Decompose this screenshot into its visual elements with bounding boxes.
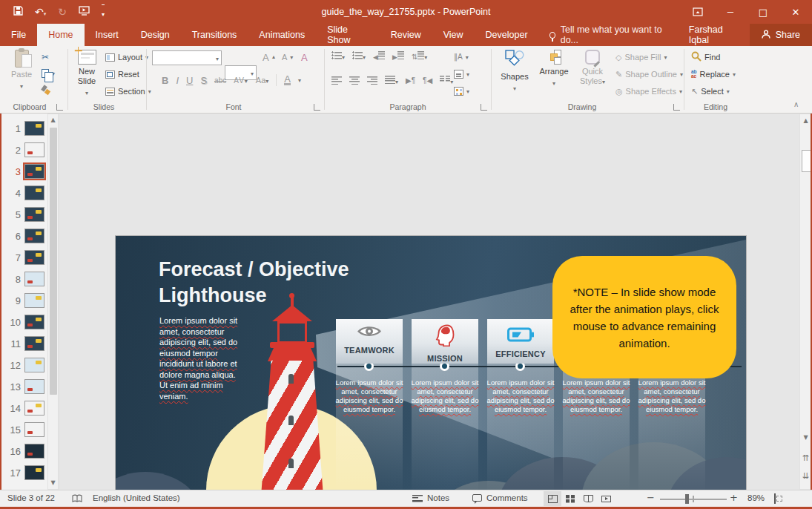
shape-outline-button[interactable]: ✎Shape Outline▾ (615, 68, 683, 81)
drawing-dialog-launcher[interactable] (673, 104, 680, 111)
zoom-level[interactable]: 89% (747, 493, 765, 502)
clear-formatting-button[interactable]: A (301, 50, 308, 64)
next-slide-icon[interactable]: ⇊ (800, 472, 811, 480)
account-name[interactable]: Farshad Iqbal (679, 24, 750, 46)
new-slide-button[interactable]: New Slide▾ (71, 50, 102, 98)
tab-insert[interactable]: Insert (85, 24, 130, 46)
align-center-button[interactable] (349, 76, 360, 85)
section-button[interactable]: Section▾ (105, 85, 151, 98)
slide-title[interactable]: Forecast / Objective Lighthouse (159, 257, 411, 309)
thumbnail-row[interactable]: 1 (4, 121, 44, 136)
thumbnail-row[interactable]: 10 (4, 315, 44, 329)
zoom-out-button[interactable]: − (647, 493, 655, 502)
notes-button[interactable]: Notes (412, 493, 449, 502)
tab-file[interactable]: File (0, 24, 37, 46)
card-mission[interactable]: MISSION (412, 319, 478, 364)
shape-effects-button[interactable]: ◎Shape Effects▾ (615, 85, 682, 98)
tab-animations[interactable]: Animations (248, 24, 316, 46)
share-button[interactable]: Share (750, 24, 812, 46)
grow-font-button[interactable]: A▾ (263, 50, 275, 64)
ribbon-display-options-icon[interactable] (681, 0, 714, 24)
justify-button[interactable]: ▾ (385, 76, 398, 85)
thumbnail-row[interactable]: 11 (4, 336, 44, 351)
customize-qat-icon[interactable]: ▾ (102, 4, 105, 19)
slide-sorter-view-button[interactable] (561, 491, 579, 506)
text-direction-button[interactable]: ‖A▾ (454, 50, 469, 64)
tab-transitions[interactable]: Transitions (181, 24, 248, 46)
strikethrough-button[interactable]: abc (214, 76, 226, 85)
columns-button[interactable]: ▾ (440, 76, 453, 85)
tab-view[interactable]: View (432, 24, 475, 46)
column-text[interactable]: Lorem ipsum dolor sit amet, consectetur … (486, 378, 555, 414)
font-dialog-launcher[interactable] (314, 104, 320, 111)
scrollbar-thumb[interactable] (802, 150, 811, 172)
save-icon[interactable] (13, 5, 23, 19)
thumbnail-row[interactable]: 9 (4, 293, 44, 308)
thumbnail-row-selected[interactable]: 3 (4, 164, 44, 179)
minimize-button[interactable]: ─ (714, 0, 747, 24)
format-painter-button[interactable] (42, 83, 51, 96)
shapes-button[interactable]: Shapes▾ (497, 50, 532, 93)
thumbnail-row[interactable]: 13 (4, 379, 44, 394)
reading-view-button[interactable] (579, 491, 597, 506)
paragraph-dialog-launcher[interactable] (481, 104, 487, 111)
collapse-ribbon-icon[interactable]: ∧ (793, 101, 799, 108)
tab-developer[interactable]: Developer (475, 24, 539, 46)
slide-indicator[interactable]: Slide 3 of 22 (7, 493, 55, 502)
thumbnail-row[interactable]: 8 (4, 272, 44, 286)
undo-icon[interactable]: ↶▾ (35, 6, 46, 18)
italic-button[interactable]: I (176, 75, 179, 86)
normal-view-button[interactable] (544, 491, 561, 506)
bullets-button[interactable]: ▾ (331, 51, 345, 61)
spellcheck-icon[interactable] (72, 494, 83, 505)
bold-button[interactable]: B (162, 75, 168, 86)
column-text[interactable]: Lorem ipsum dolor sit amet, consectetur … (410, 378, 480, 414)
shrink-font-button[interactable]: A▾ (282, 50, 293, 64)
ltr-direction-button[interactable]: ▶¶ (406, 77, 415, 85)
cut-button[interactable]: ✂ (42, 50, 49, 64)
quick-styles-button[interactable]: QuickStyles▾ (575, 50, 610, 87)
thumbnail-row[interactable]: 15 (4, 422, 44, 437)
card-teamwork[interactable]: TEAMWORK (336, 319, 403, 364)
thumbnail-row[interactable]: 16 (4, 444, 44, 459)
comments-button[interactable]: Comments (472, 493, 528, 502)
scroll-down-icon[interactable]: ▼ (800, 435, 811, 441)
thumbnail-scrollbar[interactable]: ▲ ▼ (47, 114, 59, 490)
line-spacing-button[interactable]: ⇅▾ (412, 51, 427, 61)
slideshow-view-button[interactable] (597, 491, 615, 506)
previous-slide-icon[interactable]: ⇈ (800, 454, 811, 462)
tab-review[interactable]: Review (380, 24, 432, 46)
zoom-in-button[interactable]: + (730, 493, 738, 502)
column-text[interactable]: Lorem ipsum dolor sit amet, consectetur … (637, 378, 707, 414)
increase-indent-button[interactable]: ▶ (392, 51, 404, 61)
font-color-button[interactable]: A (284, 75, 291, 85)
reset-button[interactable]: Reset (105, 68, 139, 81)
shape-fill-button[interactable]: ◇Shape Fill▾ (615, 50, 667, 64)
thumbnail-row[interactable]: 5 (4, 207, 44, 222)
align-text-button[interactable]: ▾ (454, 68, 469, 81)
maximize-button[interactable]: □ (747, 0, 779, 24)
scroll-down-icon[interactable]: ▼ (48, 480, 58, 486)
scroll-up-icon[interactable]: ▲ (800, 118, 811, 124)
thumbnail-row[interactable]: 2 (4, 142, 44, 157)
underline-button[interactable]: U (186, 75, 193, 86)
thumbnail-row[interactable]: 14 (4, 401, 44, 416)
scrollbar-thumb[interactable] (50, 128, 57, 395)
column-text[interactable]: Lorem ipsum dolor sit amet, consectetur … (561, 378, 631, 414)
fit-to-window-button[interactable] (774, 494, 776, 503)
scroll-up-icon[interactable]: ▲ (48, 117, 58, 123)
arrange-button[interactable]: Arrange▾ (535, 50, 572, 88)
replace-button[interactable]: abacReplace▾ (691, 68, 736, 81)
tab-design[interactable]: Design (130, 24, 181, 46)
character-spacing-button[interactable]: AV▾ (234, 76, 248, 85)
change-case-button[interactable]: Aa▾ (256, 76, 268, 85)
close-button[interactable]: ✕ (779, 0, 812, 24)
tell-me-box[interactable]: Tell me what you want to do... (539, 24, 679, 46)
numbering-button[interactable]: ▾ (352, 51, 366, 61)
select-button[interactable]: ↖Select▾ (691, 85, 730, 98)
text-shadow-button[interactable]: S (200, 75, 207, 86)
start-slideshow-icon[interactable] (79, 5, 90, 19)
decrease-indent-button[interactable]: ◀ (373, 51, 385, 61)
find-button[interactable]: Find (691, 50, 720, 64)
align-right-button[interactable] (367, 76, 377, 85)
